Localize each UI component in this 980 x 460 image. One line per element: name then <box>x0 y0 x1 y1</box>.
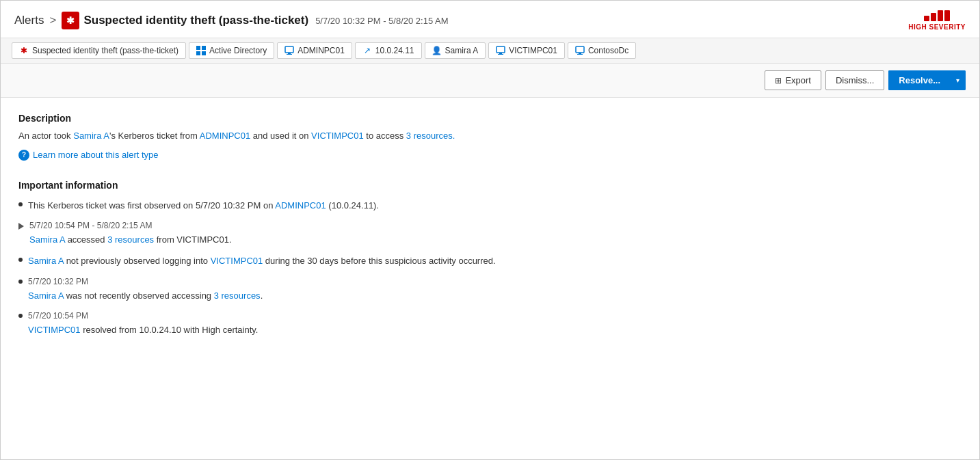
desc-samira-link[interactable]: Samira A <box>73 131 109 141</box>
resolve-button-group: Resolve... ▾ <box>888 70 966 90</box>
list-item-3: Samira A not previously observed logging… <box>18 254 962 268</box>
tab-contosodc-label: ContosoDc <box>588 46 628 55</box>
list-item-5: 5/7/20 10:54 PM VICTIMPC01 resolved from… <box>18 310 962 336</box>
svg-rect-2 <box>196 51 200 55</box>
computer-icon-victim <box>496 46 505 55</box>
resolve-main-button[interactable]: Resolve... <box>888 70 950 90</box>
item5-after: resolved from 10.0.24.10 with High certa… <box>81 325 259 335</box>
item4-resources-link[interactable]: 3 resources <box>214 290 261 301</box>
tab-victimpc01-label: VICTIMPC01 <box>509 46 557 55</box>
svg-rect-8 <box>499 53 502 54</box>
export-icon: ⊞ <box>775 76 782 85</box>
bullet-arrow-2 <box>18 223 24 230</box>
description-text: An actor took Samira A's Kerberos ticket… <box>18 129 962 143</box>
severity-label: HIGH SEVERITY <box>908 23 966 31</box>
tab-samira[interactable]: 👤 Samira A <box>425 42 486 59</box>
breadcrumb-sep: > <box>49 14 56 27</box>
severity-bar-1 <box>924 16 929 21</box>
item2-time: 5/7/20 10:54 PM - 5/8/20 2:15 AM <box>29 220 232 232</box>
item4-time: 5/7/20 10:32 PM <box>28 276 263 288</box>
item2-samira-link[interactable]: Samira A <box>29 234 65 245</box>
severity-bar-4 <box>944 10 950 21</box>
svg-rect-12 <box>577 54 583 55</box>
svg-rect-3 <box>202 51 206 55</box>
learn-more-text: Learn more about this alert type <box>33 150 159 160</box>
tab-ip[interactable]: ↗ 10.0.24.11 <box>355 42 422 59</box>
item4-samira-link[interactable]: Samira A <box>28 290 64 301</box>
tab-samira-label: Samira A <box>445 46 479 55</box>
item1-text-after: (10.0.24.11). <box>326 200 379 211</box>
alert-severity-icon: ✱ <box>62 12 79 29</box>
item5-text: VICTIMPC01 resolved from 10.0.24.10 with… <box>28 323 258 337</box>
item4-text: Samira A was not recently observed acces… <box>28 289 263 303</box>
page-header: Alerts > ✱ Suspected identity theft (pas… <box>1 1 979 38</box>
item4-block: 5/7/20 10:32 PM Samira A was not recentl… <box>28 276 263 302</box>
resolve-dropdown-button[interactable]: ▾ <box>950 70 966 90</box>
svg-rect-7 <box>496 46 505 53</box>
alert-time: 5/7/20 10:32 PM - 5/8/20 2:15 AM <box>315 16 448 26</box>
description-title: Description <box>18 113 962 124</box>
desc-adminpc01-link[interactable]: ADMINPC01 <box>200 131 250 141</box>
tab-adminpc01[interactable]: ADMINPC01 <box>277 42 352 59</box>
svg-rect-6 <box>287 54 292 55</box>
breadcrumb-alerts: Alerts <box>14 14 44 27</box>
tab-active-directory[interactable]: Active Directory <box>189 42 274 59</box>
important-title: Important information <box>18 180 962 191</box>
export-button[interactable]: ⊞ Export <box>765 70 821 90</box>
main-content: Description An actor took Samira A's Ker… <box>1 98 979 350</box>
chevron-down-icon: ▾ <box>956 77 959 84</box>
item2-text: Samira A accessed 3 resources from VICTI… <box>29 233 232 247</box>
item5-block: 5/7/20 10:54 PM VICTIMPC01 resolved from… <box>28 310 258 336</box>
alert-tab-icon: ✱ <box>19 46 29 55</box>
toolbar: ⊞ Export Dismiss... Resolve... ▾ <box>1 64 979 98</box>
item3-victimpc01-link[interactable]: VICTIMPC01 <box>211 256 263 266</box>
windows-icon <box>196 46 206 55</box>
dismiss-button[interactable]: Dismiss... <box>825 70 884 90</box>
list-item-2: 5/7/20 10:54 PM - 5/8/20 2:15 AM Samira … <box>18 220 962 246</box>
svg-rect-0 <box>196 46 200 50</box>
desc-text-4: to access <box>364 131 406 141</box>
list-item-1: This Kerberos ticket was first observed … <box>18 199 962 213</box>
bullet-dot-4 <box>18 280 23 284</box>
item3-text: Samira A not previously observed logging… <box>28 254 496 268</box>
alert-title: Suspected identity theft (pass-the-ticke… <box>83 14 308 27</box>
computer-icon-admin <box>284 46 294 55</box>
item1-text-before: This Kerberos ticket was first observed … <box>28 200 275 211</box>
severity-badge: HIGH SEVERITY <box>908 10 966 31</box>
item3-samira-link[interactable]: Samira A <box>28 256 64 266</box>
tab-adminpc01-label: ADMINPC01 <box>297 46 345 55</box>
severity-bar-3 <box>938 10 943 21</box>
item2-resources-link[interactable]: 3 resources <box>107 234 154 245</box>
svg-rect-9 <box>498 54 503 55</box>
bullet-dot-5 <box>18 314 23 318</box>
tab-alert[interactable]: ✱ Suspected identity theft (pass-the-tic… <box>12 42 186 59</box>
item1-text: This Kerberos ticket was first observed … <box>28 199 379 213</box>
severity-bars <box>924 10 950 21</box>
svg-rect-1 <box>202 46 206 50</box>
tab-ad-label: Active Directory <box>209 46 267 55</box>
tab-ip-label: 10.0.24.11 <box>375 46 414 55</box>
link-icon: ↗ <box>362 46 372 55</box>
tab-victimpc01[interactable]: VICTIMPC01 <box>488 42 565 59</box>
tab-alert-label: Suspected identity theft (pass-the-ticke… <box>32 46 178 55</box>
severity-bar-2 <box>931 13 936 21</box>
item2-middle: accessed <box>65 234 107 245</box>
svg-rect-10 <box>576 46 584 53</box>
svg-rect-11 <box>579 53 581 54</box>
computer-icon-contoso <box>575 46 585 55</box>
tab-contosodc[interactable]: ContosoDc <box>568 42 636 59</box>
learn-more-link[interactable]: ? Learn more about this alert type <box>18 150 962 161</box>
item2-block: 5/7/20 10:54 PM - 5/8/20 2:15 AM Samira … <box>29 220 232 246</box>
important-list: This Kerberos ticket was first observed … <box>18 199 962 337</box>
desc-text-2: 's Kerberos ticket from <box>109 131 200 141</box>
desc-text-1: An actor took <box>18 131 73 141</box>
description-section: Description An actor took Samira A's Ker… <box>18 113 962 161</box>
item3-middle: not previously observed logging into <box>64 256 211 266</box>
svg-rect-4 <box>285 46 293 53</box>
item4-middle: was not recently observed accessing <box>64 290 214 301</box>
desc-resources-link[interactable]: 3 resources. <box>406 131 455 141</box>
item1-adminpc01-link[interactable]: ADMINPC01 <box>275 200 326 211</box>
desc-victimpc01-link[interactable]: VICTIMPC01 <box>311 131 364 141</box>
item2-after: from VICTIMPC01. <box>154 234 231 245</box>
item5-victimpc01-link[interactable]: VICTIMPC01 <box>28 325 81 335</box>
